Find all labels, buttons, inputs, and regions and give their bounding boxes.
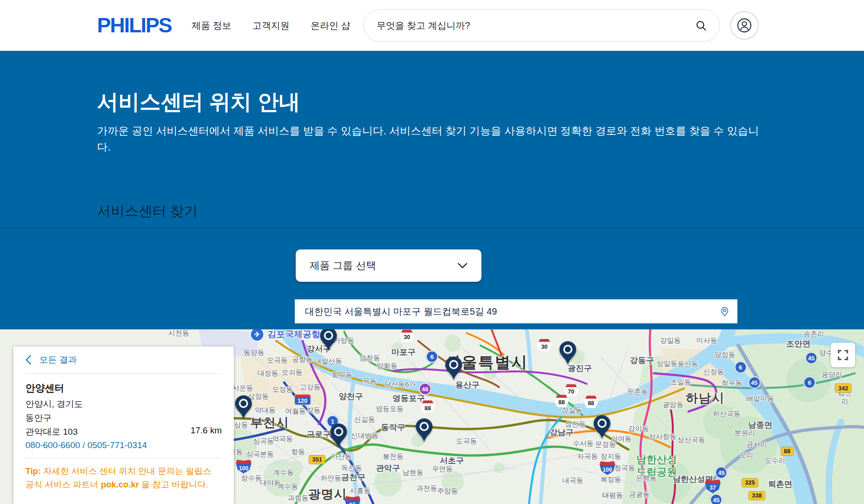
service-center-address: 안양시, 경기도 동안구 관악대로 103 17.6 km [25, 397, 222, 439]
map-label: 심곡본동 [246, 449, 274, 458]
location-pin-icon[interactable] [719, 306, 730, 317]
map-label: 과림동 [288, 494, 309, 503]
map-label: 상일동 [657, 359, 677, 368]
map-label: 분원리 [734, 429, 755, 437]
road-shield: 45 [748, 376, 761, 389]
map-label: 영등포동 [376, 404, 403, 413]
map-label: 강일동 [660, 336, 681, 345]
map-label: 관악구 [376, 462, 400, 474]
fullscreen-button[interactable] [831, 343, 855, 367]
chevron-left-icon [25, 355, 31, 365]
map-label: 역곡동 [272, 435, 293, 443]
service-center-name: 안양센터 [25, 382, 222, 395]
map-label: 양화동 [377, 362, 397, 370]
map-pin[interactable] [592, 414, 612, 440]
map-label: 금사리 [747, 440, 767, 449]
tip-partner-link[interactable]: pok.co.kr [101, 480, 139, 489]
map-label: 염창동 [359, 353, 380, 362]
road-shield: 338 [748, 491, 765, 500]
road-shield: 45 [805, 352, 817, 364]
philips-logo[interactable]: PHILIPS [97, 13, 171, 37]
map-label: 감이동 [628, 425, 649, 433]
map-label: 하산곡동 [713, 409, 741, 418]
road-shield: 70 [564, 384, 578, 396]
map-label: 송촌리 [803, 329, 824, 338]
road-shield: 351 [309, 455, 325, 464]
map-label: 신대방동 [351, 431, 378, 440]
map-label: 둔촌동 [627, 387, 648, 396]
address-input[interactable] [295, 306, 719, 317]
map-label: 오정동 [272, 385, 293, 394]
search-input[interactable] [376, 20, 695, 31]
nav-item-products[interactable]: 제품 정보 [192, 19, 231, 32]
map-label: 삼전동 [565, 419, 586, 428]
map-label: 당정동 [714, 351, 735, 359]
address-search-bar [295, 299, 737, 323]
road-shield: 45 [710, 493, 723, 504]
road-shield: 342 [835, 383, 852, 393]
map-label: 신길동 [354, 415, 375, 424]
search-icon[interactable] [695, 19, 707, 32]
map-label: 봉천동 [383, 452, 403, 461]
main-nav: 제품 정보 고객지원 온라인 샵 [192, 19, 350, 32]
product-group-select[interactable]: 제품 그룹 선택 [296, 249, 481, 282]
map-label: 수서동 [573, 439, 594, 448]
map-label: 작동 [307, 406, 321, 415]
airplane-icon: ✈ [250, 329, 264, 341]
map-label: 구로구 [307, 429, 331, 440]
map-label: 주암동 [437, 487, 458, 496]
map-label: 서초구 [440, 455, 464, 466]
phone-link[interactable]: 080-600-6600 / 0505-771-0314 [25, 440, 147, 450]
map-label: 문정동 [595, 440, 616, 449]
road-shield: 15 [345, 496, 360, 504]
nav-item-shop[interactable]: 온라인 샵 [311, 19, 351, 32]
fullscreen-icon [837, 349, 849, 361]
map-label: 목동 [363, 376, 377, 385]
road-shield: 6 [803, 376, 816, 389]
map[interactable]: 서울특별시부천시광명시하남시✈김포국제공항남한산성 도립공원강서구마포구용산구광… [0, 329, 864, 504]
map-label: 계수동 [273, 468, 294, 477]
address-line: 안양시, 경기도 [25, 397, 222, 411]
map-label: 독산동 [341, 464, 362, 473]
road-shield: 88 [420, 401, 435, 413]
map-label: 은행동 [636, 474, 657, 483]
map-pin[interactable] [318, 329, 339, 352]
map-label: 풍산동 [677, 359, 698, 368]
user-icon [737, 18, 752, 33]
road-shield: 46 [419, 383, 432, 395]
map-label: 오쇠동 [282, 368, 303, 376]
road-shield: 6 [426, 350, 438, 363]
account-button[interactable] [730, 11, 759, 40]
map-pin[interactable] [414, 418, 434, 443]
map-pin[interactable] [558, 340, 578, 366]
map-label: 항동 [291, 447, 305, 456]
map-label: 남현동 [402, 468, 423, 477]
map-label: 약대동 [255, 406, 276, 415]
road-shield: 30 [400, 329, 414, 342]
road-shield: 30 [537, 339, 552, 352]
road-shield: 37 [705, 480, 721, 493]
map-pin[interactable] [233, 395, 254, 420]
map-label: 공항동 [292, 355, 313, 364]
map-label: 신장동 [703, 367, 724, 376]
road-shield: 100 [236, 460, 251, 474]
back-to-results-link[interactable]: 모든 결과 [25, 346, 222, 374]
distance-value: 17.6 km [190, 424, 222, 437]
map-pin[interactable] [444, 356, 464, 382]
map-label: 내곡동 [562, 476, 583, 485]
map-label: 동작구 [381, 422, 406, 433]
hero-section: 서비스센터 위치 안내 가까운 공인 서비스센터에서 제품 서비스를 받을 수 … [0, 51, 864, 329]
map-label: 영등포구 [393, 393, 425, 404]
map-label: 자곡동 [577, 452, 598, 461]
nav-item-support[interactable]: 고객지원 [253, 19, 290, 32]
map-label: 화곡동 [332, 371, 353, 380]
map-label: 당산동6가 [384, 380, 416, 389]
map-label: 복정동 [601, 475, 621, 484]
road-shield: 6 [734, 361, 747, 374]
map-label: 태평동 [602, 491, 623, 500]
map-label: 창우동 [721, 379, 742, 388]
map-label: 잠실동 [561, 406, 582, 415]
map-pin[interactable] [329, 423, 349, 449]
map-label: 부천시 [250, 414, 289, 431]
map-label: 고강동 [300, 383, 321, 392]
